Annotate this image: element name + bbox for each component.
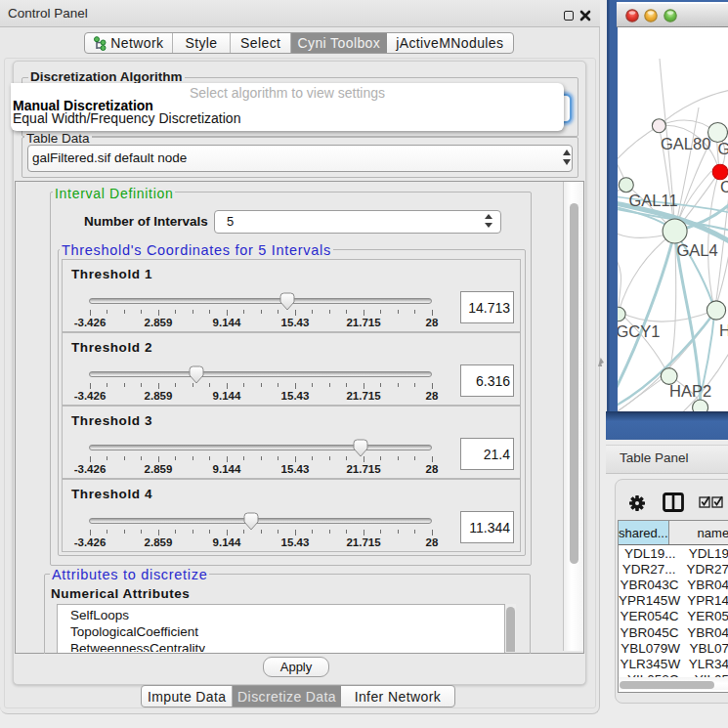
svg-text:GA: GA bbox=[718, 140, 728, 157]
svg-text:GAL4: GAL4 bbox=[677, 241, 718, 259]
svg-text:HAP2: HAP2 bbox=[669, 382, 711, 400]
svg-text:GAL11: GAL11 bbox=[629, 192, 678, 209]
svg-text:GCY1: GCY1 bbox=[617, 322, 661, 340]
svg-text:GAL80: GAL80 bbox=[661, 135, 710, 152]
svg-text:H: H bbox=[719, 321, 728, 339]
svg-text:C: C bbox=[720, 178, 728, 195]
